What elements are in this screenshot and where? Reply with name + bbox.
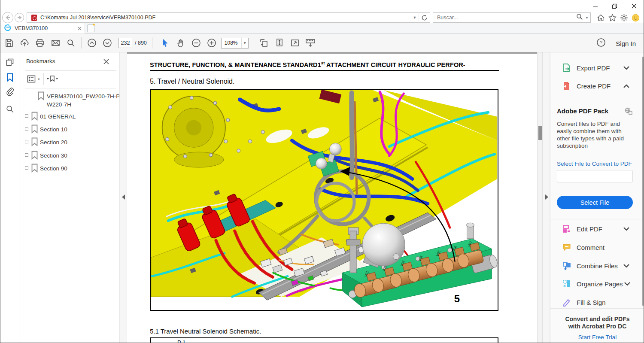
tab-close-icon[interactable] bbox=[74, 23, 85, 33]
tab-vebm370100[interactable]: VEBM370100 bbox=[0, 23, 85, 33]
bookmarks-panel-icon[interactable] bbox=[5, 72, 15, 82]
create-pdf-tool[interactable]: Create PDF bbox=[550, 79, 644, 93]
bookmarks-toolbar: ▼ bbox=[19, 71, 119, 88]
bookmark-item-section-30[interactable]: Section 30 bbox=[19, 152, 119, 161]
convert-file-input[interactable] bbox=[557, 170, 633, 182]
promo-title-line1: Convert and edit PDFs bbox=[550, 316, 644, 323]
hand-tool-icon[interactable] bbox=[173, 36, 188, 50]
bookmark-expander-icon[interactable] bbox=[25, 127, 28, 131]
collapse-right-icon[interactable] bbox=[545, 194, 548, 200]
chevron-down-icon[interactable] bbox=[623, 282, 632, 286]
zoom-level-select[interactable]: 108% ▼ bbox=[221, 38, 249, 49]
search-input[interactable] bbox=[433, 13, 576, 22]
bookmark-expander-icon[interactable] bbox=[25, 166, 28, 170]
chevron-down-icon[interactable] bbox=[622, 66, 631, 70]
document-scrollbar[interactable] bbox=[537, 52, 543, 343]
bookmarks-close-icon[interactable] bbox=[102, 58, 110, 65]
export-pdf-tool[interactable]: Export PDF bbox=[550, 61, 644, 75]
restore-button[interactable] bbox=[605, 0, 624, 12]
chevron-down-icon[interactable] bbox=[622, 264, 631, 268]
previous-page-icon[interactable] bbox=[84, 36, 100, 50]
comment-tool[interactable]: Comment bbox=[550, 240, 644, 255]
bookmark-expander-icon[interactable] bbox=[25, 140, 28, 143]
fullscreen-icon[interactable] bbox=[287, 36, 303, 50]
comment-icon bbox=[562, 243, 571, 252]
start-free-trial-link[interactable]: Start Free Trial bbox=[578, 334, 617, 340]
page-thumbnails-icon[interactable] bbox=[5, 57, 15, 67]
bookmarks-panel: Bookmarks ▼ VE bbox=[19, 52, 119, 343]
zoom-in-icon[interactable] bbox=[204, 36, 219, 50]
sidebar-nav-strip bbox=[0, 52, 19, 343]
bookmarks-collapse-strip[interactable] bbox=[119, 52, 127, 343]
bookmark-expander-icon[interactable] bbox=[25, 114, 28, 118]
home-icon[interactable] bbox=[595, 12, 607, 23]
organize-pages-tool[interactable]: Organize Pages bbox=[550, 276, 644, 291]
settings-gear-icon[interactable] bbox=[618, 12, 630, 23]
fit-width-icon[interactable] bbox=[256, 36, 272, 50]
scrollbar-thumb[interactable] bbox=[538, 126, 542, 140]
combine-files-tool[interactable]: Combine Files bbox=[550, 258, 644, 273]
save-icon[interactable] bbox=[1, 36, 17, 50]
favorites-star-icon[interactable] bbox=[607, 12, 618, 23]
address-dropdown-caret[interactable]: ▼ bbox=[411, 15, 419, 20]
tool-label: Export PDF bbox=[577, 64, 622, 72]
bookmark-expander-icon[interactable] bbox=[25, 153, 28, 157]
feedback-smiley-icon[interactable] bbox=[630, 12, 641, 23]
bookmark-item-section-20[interactable]: Section 20 bbox=[19, 138, 119, 148]
email-icon[interactable] bbox=[48, 36, 63, 50]
refresh-icon[interactable] bbox=[419, 12, 430, 23]
bookmark-item-root[interactable]: VEBM370100_PW200-7H-PW220-7H bbox=[19, 92, 119, 109]
new-tab-button[interactable] bbox=[87, 24, 94, 32]
tools-panel-scrollbar-thumb[interactable] bbox=[642, 57, 644, 306]
bookmark-item-01-general[interactable]: 01 GENERAL bbox=[19, 112, 119, 122]
attachments-icon[interactable] bbox=[5, 86, 15, 97]
print-icon[interactable] bbox=[32, 36, 48, 50]
back-button[interactable] bbox=[2, 12, 13, 23]
combine-files-icon bbox=[562, 261, 571, 270]
forward-button[interactable] bbox=[15, 13, 24, 22]
search-dropdown-caret[interactable]: ▼ bbox=[585, 16, 589, 20]
select-file-convert-link[interactable]: Select File to Convert to PDF bbox=[557, 161, 632, 167]
export-pdf-icon bbox=[562, 63, 571, 73]
reading-mode-icon[interactable] bbox=[303, 36, 318, 50]
bookmarks-options-icon[interactable]: ▼ bbox=[27, 75, 40, 83]
edit-pdf-tool[interactable]: Edit PDF bbox=[550, 222, 644, 236]
pdf-page: STRUCTURE, FUNCTION, & MAINTENANCE STAND… bbox=[127, 52, 537, 343]
fit-page-icon[interactable] bbox=[272, 36, 287, 50]
tools-collapse-strip[interactable] bbox=[543, 52, 550, 343]
search-icon[interactable] bbox=[576, 13, 583, 22]
help-icon[interactable]: ? bbox=[596, 37, 606, 49]
bookmark-flag-icon bbox=[31, 151, 38, 161]
sidebar-search-icon[interactable] bbox=[5, 104, 15, 114]
bookmark-item-section-10[interactable]: Section 10 bbox=[19, 125, 119, 135]
document-header: STRUCTURE, FUNCTION, & MAINTENANCE STAND… bbox=[150, 61, 499, 71]
fill-sign-tool[interactable]: Fill & Sign bbox=[550, 295, 644, 310]
search-field[interactable]: ▼ bbox=[433, 12, 591, 23]
select-file-button[interactable]: Select File bbox=[557, 196, 633, 209]
tool-label: Organize Pages bbox=[577, 280, 623, 288]
tool-label: Edit PDF bbox=[577, 225, 622, 233]
page-number-input[interactable] bbox=[118, 38, 132, 48]
expand-current-bookmark-icon[interactable] bbox=[47, 74, 58, 86]
collapse-left-icon[interactable] bbox=[122, 194, 125, 200]
bookmark-item-section-90[interactable]: Section 90 bbox=[19, 164, 119, 174]
address-bar-row: ▼ ▼ bbox=[0, 12, 644, 23]
zoom-dropdown-caret[interactable]: ▼ bbox=[241, 38, 248, 48]
chevron-up-icon[interactable] bbox=[622, 84, 631, 88]
select-tool-icon[interactable] bbox=[158, 36, 173, 50]
zoom-out-icon[interactable] bbox=[188, 36, 204, 50]
bookmark-flag-icon bbox=[31, 112, 38, 122]
share-upload-icon[interactable] bbox=[17, 36, 32, 50]
chevron-down-icon[interactable] bbox=[622, 227, 631, 231]
bookmark-flag-icon bbox=[37, 91, 45, 102]
address-input[interactable] bbox=[40, 13, 411, 22]
minimize-button[interactable] bbox=[586, 0, 605, 12]
address-field[interactable]: ▼ bbox=[27, 12, 430, 23]
close-button[interactable] bbox=[624, 0, 644, 12]
bookmark-item-label: Section 30 bbox=[40, 152, 116, 160]
acrobat-pro-promo: Convert and edit PDFs with Acrobat Pro D… bbox=[550, 308, 644, 343]
tool-label: Fill & Sign bbox=[577, 299, 622, 306]
sign-in-button[interactable]: Sign In bbox=[616, 40, 636, 47]
next-page-icon[interactable] bbox=[100, 36, 115, 50]
find-icon[interactable] bbox=[63, 36, 79, 50]
